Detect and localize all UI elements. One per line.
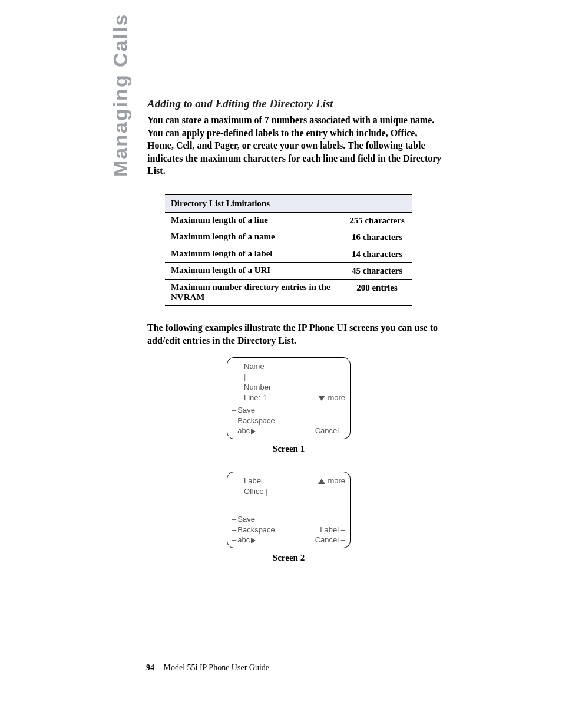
screen2-backspace-softkey: Backspace [232,525,275,535]
table-row: Maximum length of a name 16 characters [165,229,412,246]
screen1-caption: Screen 1 [273,444,305,454]
screen1-save-softkey: Save [232,405,345,416]
table-cell-label: Maximum length of a line [165,212,342,229]
screen2-label-label: Label [232,476,263,486]
table-cell-value: 200 entries [342,279,412,305]
table-cell-label: Maximum number directory entries in the … [165,279,342,305]
table-row: Maximum length of a URI 45 characters [165,263,412,280]
screen1-more-area: more [318,393,345,403]
screen1-line-label: Line: 1 [232,393,267,403]
limitations-table: Directory List Limitations Maximum lengt… [165,194,412,306]
page-footer: 94 Model 55i IP Phone User Guide [146,663,269,673]
triangle-down-icon [318,396,325,401]
screen2-abc-softkey: abc [232,535,256,545]
triangle-up-icon [318,479,325,484]
triangle-right-icon [251,538,256,543]
side-section-label: Managing Calls [109,14,132,177]
table-cell-value: 16 characters [342,229,412,246]
section-heading: Adding to and Editing the Directory List [147,97,521,110]
table-header-row: Directory List Limitations [165,195,412,213]
page-number: 94 [146,663,154,672]
screen1-number-label: Number [232,382,345,393]
page-content: Adding to and Editing the Directory List… [0,0,562,581]
screen2-label-softkey: Label [320,525,345,535]
examples-paragraph: The following examples illustrate the IP… [147,321,442,347]
screen1-abc-softkey: abc [232,426,256,436]
table-cell-label: Maximum length of a name [165,229,342,246]
screen2-save-softkey: Save [232,514,345,525]
screen1-cancel-softkey: Cancel [315,426,345,436]
screen1-more-text: more [328,393,345,402]
table-cell-value: 45 characters [342,263,412,280]
table-header: Directory List Limitations [165,195,412,213]
intro-paragraph: You can store a maximum of 7 numbers ass… [147,114,442,177]
table-cell-value: 255 characters [342,212,412,229]
screen2-office-value: Office | [232,486,345,497]
screen1-name-label: Name [232,361,345,372]
triangle-right-icon [251,429,256,434]
table-cell-value: 14 characters [342,246,412,263]
screen2-caption: Screen 2 [273,553,305,563]
screen2-more-text: more [328,476,345,485]
screen-examples: Name | Number Line: 1 more Save Backspac… [165,357,412,581]
phone-screen-1: Name | Number Line: 1 more Save Backspac… [227,357,351,439]
screen2-more-area: more [318,476,345,486]
table-row: Maximum number directory entries in the … [165,279,412,305]
table-cell-label: Maximum length of a label [165,246,342,263]
table-row: Maximum length of a line 255 characters [165,212,412,229]
table-row: Maximum length of a label 14 characters [165,246,412,263]
phone-screen-2: Label more Office | Save Backspace Label… [227,472,351,548]
doc-title: Model 55i IP Phone User Guide [164,663,270,672]
table-cell-label: Maximum length of a URI [165,263,342,280]
screen1-backspace-softkey: Backspace [232,416,345,426]
screen1-cursor: | [232,372,345,383]
screen2-cancel-softkey: Cancel [315,535,345,545]
